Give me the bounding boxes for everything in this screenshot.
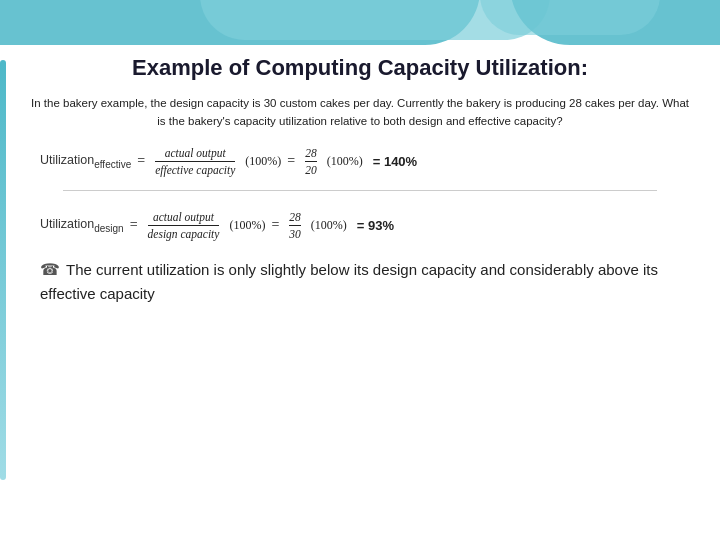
- fraction-den-design: design capacity: [148, 228, 220, 240]
- conclusion-text: ☎The current utilization is only slightl…: [40, 258, 690, 306]
- util-label-design: Utilizationdesign: [40, 217, 124, 234]
- conclusion-body: The current utilization is only slightly…: [40, 261, 658, 303]
- equals-3: =: [130, 217, 138, 233]
- wave-teal-right-2: [480, 0, 660, 35]
- conclusion-icon: ☎: [40, 258, 60, 283]
- fraction-design: actual output design capacity: [148, 211, 220, 240]
- pct-effective: (100%): [245, 154, 281, 169]
- conclusion-section: ☎The current utilization is only slightl…: [30, 258, 690, 306]
- fraction-effective-2: 28 20: [305, 147, 317, 176]
- slide-title: Example of Computing Capacity Utilizatio…: [30, 55, 690, 81]
- fraction-design-2: 28 30: [289, 211, 301, 240]
- result-effective: = 140%: [373, 154, 417, 169]
- util-sub-effective: effective: [94, 158, 131, 169]
- equals-2: =: [287, 153, 295, 169]
- fraction-den-design-2: 30: [289, 228, 301, 240]
- formula-effective: Utilizationeffective = actual output eff…: [40, 147, 690, 176]
- formula-divider: [63, 190, 657, 191]
- fraction-bar-design: [148, 225, 220, 226]
- fraction-bar-design-2: [289, 225, 301, 226]
- util-sub-design: design: [94, 222, 123, 233]
- equals-1: =: [137, 153, 145, 169]
- formulas-section: Utilizationeffective = actual output eff…: [30, 147, 690, 240]
- pct-effective-2: (100%): [327, 154, 363, 169]
- util-label-effective: Utilizationeffective: [40, 153, 131, 170]
- result-design: = 93%: [357, 218, 394, 233]
- fraction-effective: actual output effective capacity: [155, 147, 235, 176]
- formula-design: Utilizationdesign = actual output design…: [40, 211, 690, 240]
- fraction-bar-effective-2: [305, 161, 317, 162]
- left-accent-bar: [0, 60, 6, 480]
- intro-paragraph: In the bakery example, the design capaci…: [30, 95, 690, 131]
- fraction-den-effective-2: 20: [305, 164, 317, 176]
- fraction-bar-effective: [155, 161, 235, 162]
- fraction-num-effective: actual output: [165, 147, 226, 159]
- equals-4: =: [271, 217, 279, 233]
- pct-design: (100%): [229, 218, 265, 233]
- fraction-num-design-2: 28: [289, 211, 301, 223]
- slide-content: Example of Computing Capacity Utilizatio…: [30, 55, 690, 520]
- fraction-num-effective-2: 28: [305, 147, 317, 159]
- fraction-den-effective: effective capacity: [155, 164, 235, 176]
- top-decoration: [0, 0, 720, 60]
- fraction-num-design: actual output: [153, 211, 214, 223]
- pct-design-2: (100%): [311, 218, 347, 233]
